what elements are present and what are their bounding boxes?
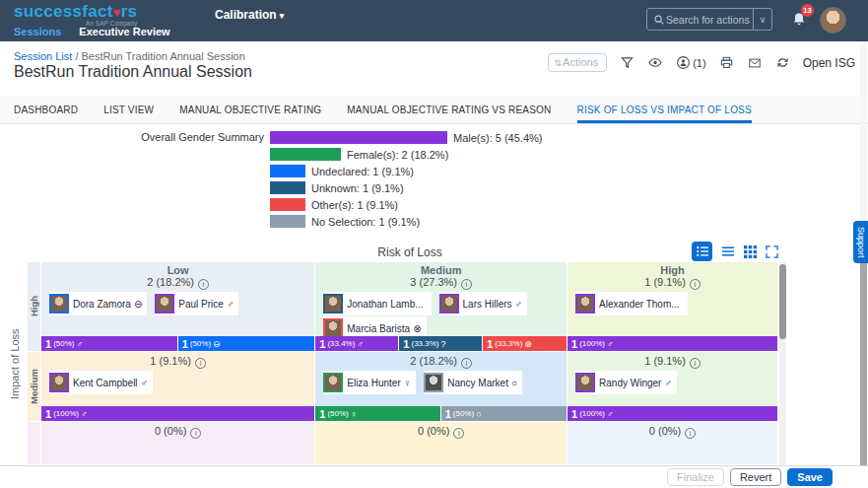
gender-legend-label: Undeclared: 1 (9.1%) (311, 166, 414, 177)
info-icon[interactable] (190, 428, 201, 439)
bar-gender-icon: ♂ (605, 409, 614, 419)
person-name: Lars Hillers (459, 299, 515, 310)
person-chip-paul-price[interactable]: Paul Price♂ (155, 292, 238, 315)
gender-legend-label: Unknown: 1 (9.1%) (311, 182, 404, 194)
tab-manual-objective-rating-vs-reason[interactable]: MANUAL OBJECTIVE RATING VS REASON (347, 105, 551, 123)
search-input[interactable] (666, 14, 753, 26)
notification-count-badge: 13 (801, 4, 814, 17)
bar-count: 1 (568, 338, 577, 350)
grid-view-icon[interactable] (744, 245, 757, 258)
global-search: ∨ (646, 8, 772, 31)
bar-count: 1 (315, 338, 325, 350)
gender-icon: ♀ (404, 378, 412, 388)
support-tab[interactable]: Support (853, 221, 868, 263)
matrix-cell-r1-low[interactable]: 1 (9.1%)Kent Campbell♂1(100%)♂ (41, 352, 315, 422)
tab-dashboard[interactable]: DASHBOARD (14, 105, 78, 123)
shell-nav-executive-review[interactable]: Executive Review (79, 26, 169, 37)
attendees-icon[interactable]: (1) (676, 55, 705, 70)
cell-gender-bar: 1(100%)♂ (568, 336, 777, 351)
page-scrollbar-thumb[interactable] (860, 258, 867, 484)
attendees-count: (1) (693, 57, 705, 69)
chevron-down-icon: ▾ (280, 11, 285, 21)
people-zone: Jonathan Lamb...Lars Hillers♂Marcia Bari… (315, 291, 567, 340)
people-zone: Kent Campbell♂ (41, 370, 314, 394)
person-chip-eliza-hunter[interactable]: Eliza Hunter♀ (323, 371, 416, 394)
cell-count-text: 0 (0%) (418, 425, 449, 437)
breadcrumb-session-list-link[interactable]: Session List (14, 50, 72, 62)
filter-icon[interactable] (620, 55, 634, 70)
matrix-scrollbar-thumb[interactable] (779, 264, 786, 339)
matrix-cell-r2-high[interactable]: 0 (0%) (568, 422, 778, 465)
person-chip-nancy-market[interactable]: Nancy Market○ (424, 371, 522, 394)
person-name: Kent Campbell (69, 378, 141, 388)
matrix-cell-r0-high[interactable]: High1 (9.1%)Alexander Thom...1(100%)♂ (568, 262, 778, 352)
tab-list-view[interactable]: LIST VIEW (103, 105, 154, 123)
person-chip-lars-hillers[interactable]: Lars Hillers♂ (439, 292, 528, 315)
finalize-button[interactable]: Finalize (667, 468, 724, 486)
matrix-cell-r1-medium[interactable]: 2 (18.2%)Eliza Hunter♀Nancy Market○1(50%… (315, 352, 568, 422)
person-chip-alexander-thom[interactable]: Alexander Thom... (575, 292, 688, 315)
open-isg-link[interactable]: Open ISG (803, 56, 855, 70)
matrix-cell-r0-low[interactable]: Low2 (18.2%)Dora Zamora⊖Paul Price♂1(50%… (41, 262, 315, 352)
person-chip-kent-campbell[interactable]: Kent Campbell♂ (49, 371, 153, 394)
refresh-icon[interactable] (775, 55, 790, 70)
save-button[interactable]: Save (787, 468, 833, 486)
matrix-cell-r2-low[interactable]: 0 (0%) (41, 422, 315, 465)
matrix-cell-r2-medium[interactable]: 0 (0%) (315, 422, 568, 465)
info-icon[interactable] (690, 358, 701, 369)
info-icon[interactable] (453, 428, 464, 439)
row-label-medium: Medium (28, 352, 40, 422)
shell-nav-sessions[interactable]: Sessions (14, 26, 61, 37)
bar-gender-icon: ○ (474, 409, 481, 419)
cell-count: 0 (0%) (41, 422, 314, 440)
row-label-r2 (28, 422, 40, 465)
tab-manual-objective-rating[interactable]: MANUAL OBJECTIVE RATING (179, 105, 321, 123)
gender-bar-segment: 1(100%)♂ (41, 406, 314, 421)
info-icon[interactable] (461, 358, 472, 369)
gender-legend-row: Female(s): 2 (18.2%) (270, 146, 542, 163)
module-menu[interactable]: Calibration▾ (215, 8, 284, 22)
person-chip-randy-winger[interactable]: Randy Winger♂ (575, 371, 677, 394)
column-header-high: High (568, 262, 777, 276)
successfactors-logo: successfact♥rs An SAP Company (14, 3, 137, 28)
print-icon[interactable] (719, 55, 734, 70)
list-view-icon[interactable] (721, 245, 735, 257)
info-icon[interactable] (685, 428, 696, 439)
detail-list-view-icon[interactable] (692, 242, 712, 261)
gender-legend-label: No Selection: 1 (9.1%) (311, 216, 420, 228)
tab-risk-of-loss-vs-impact-of-loss[interactable]: RISK OF LOSS VS IMPACT OF LOSS (577, 105, 752, 123)
info-icon[interactable] (195, 358, 206, 369)
gender-bar-segment: 1(100%)♂ (568, 406, 777, 421)
gender-bar-segment: 1(50%)♀ (315, 406, 440, 421)
user-avatar[interactable] (820, 7, 846, 34)
matrix-cell-r1-high[interactable]: 1 (9.1%)Randy Winger♂1(100%)♂ (568, 352, 778, 422)
person-chip-dora-zamora[interactable]: Dora Zamora⊖ (49, 292, 147, 315)
gender-legend-bar (270, 131, 447, 144)
revert-button[interactable]: Revert (730, 468, 781, 486)
search-dropdown-icon[interactable]: ∨ (754, 15, 771, 25)
gender-legend-bar (270, 148, 341, 161)
email-icon[interactable] (747, 56, 763, 70)
calibration-app: successfact♥rs An SAP Company Calibratio… (0, 0, 868, 488)
matrix-y-axis-title: Impact of Loss (8, 262, 22, 465)
bar-count: 1 (41, 338, 51, 350)
actions-button[interactable]: Actions (548, 53, 608, 72)
cell-count-text: 0 (0%) (649, 425, 681, 437)
person-name: Nancy Market (443, 378, 511, 388)
bar-gender-icon: ♂ (74, 339, 83, 349)
info-icon[interactable] (690, 279, 701, 290)
gender-bar-segment: 1(33.3%)⊗ (483, 336, 567, 351)
cell-gender-bar: 1(33.4%)♂1(33.3%)?1(33.3%)⊗ (315, 336, 567, 351)
info-icon[interactable] (198, 279, 209, 290)
person-chip-jonathan-lamb[interactable]: Jonathan Lamb... (323, 292, 431, 315)
gender-legend-label: Other(s): 1 (9.1%) (311, 199, 398, 211)
cell-gender-bar: 1(100%)♂ (568, 406, 777, 421)
cell-gender-bar: 1(50%)♂1(50%)⊖ (41, 336, 314, 351)
bar-count: 1 (178, 338, 188, 350)
visibility-icon[interactable] (647, 55, 663, 70)
matrix-cell-r0-medium[interactable]: Medium3 (27.3%)Jonathan Lamb...Lars Hill… (315, 262, 568, 352)
bar-percent: (100%) (577, 409, 605, 418)
person-photo (155, 294, 174, 314)
info-icon[interactable] (461, 279, 472, 290)
fullscreen-icon[interactable] (766, 245, 778, 258)
